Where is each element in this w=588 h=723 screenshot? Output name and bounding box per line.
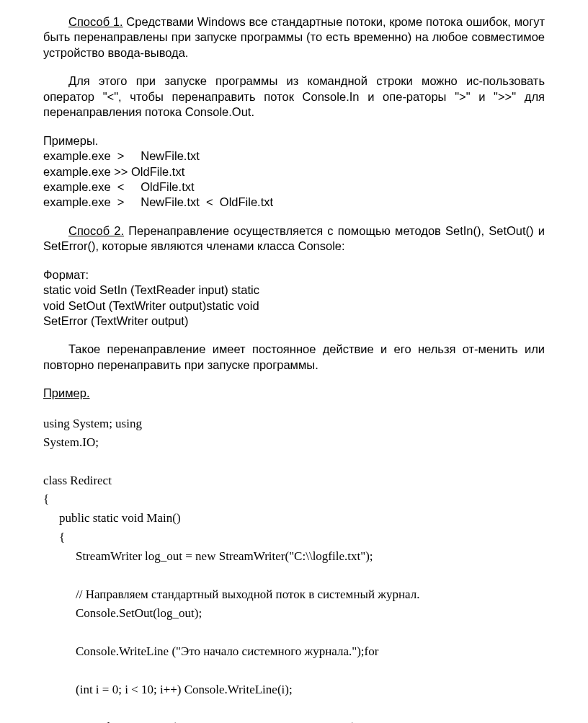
code-line: Console.WriteLine ("Это конец системного… bbox=[76, 718, 545, 723]
paragraph-method1: Способ 1. Средствами Windows все стандар… bbox=[43, 14, 545, 61]
method1-label: Способ 1. bbox=[68, 15, 123, 28]
code-line: (int i = 0; i < 10; i++) Console.WriteLi… bbox=[76, 680, 545, 699]
code-line: class Redirect bbox=[43, 471, 545, 490]
paragraph-redirect-explain: Для этого при запуске программы из коман… bbox=[43, 74, 545, 120]
code-block: using System; using System.IO; class Red… bbox=[43, 414, 545, 723]
paragraph-method2: Способ 2. Перенаправление осуществляется… bbox=[43, 223, 545, 254]
code-line: System.IO; bbox=[43, 433, 545, 452]
format-block: Формат: static void SetIn (TextReader in… bbox=[43, 267, 545, 329]
code-line: Console.SetOut(log_out); bbox=[76, 604, 545, 623]
method2-label: Способ 2. bbox=[68, 224, 124, 237]
format-lines: static void SetIn (TextReader input) sta… bbox=[43, 283, 545, 329]
code-line: Console.WriteLine ("Это начало системног… bbox=[76, 642, 545, 661]
example-label: Пример. bbox=[43, 386, 90, 399]
code-line: { bbox=[43, 490, 545, 509]
paragraph-permanent: Такое перенаправление имеет постоянное д… bbox=[43, 342, 545, 373]
format-header: Формат: bbox=[43, 267, 545, 283]
examples-block: Примеры. example.exe > NewFile.txt examp… bbox=[43, 133, 545, 210]
examples-header: Примеры. bbox=[43, 133, 545, 148]
code-line: StreamWriter log_out = new StreamWriter(… bbox=[76, 547, 545, 566]
examples-lines: example.exe > NewFile.txt example.exe >>… bbox=[43, 148, 545, 210]
code-line: using System; using bbox=[43, 414, 545, 433]
code-line: { bbox=[59, 528, 545, 547]
code-line: // Направляем стандартный выходной поток… bbox=[76, 585, 545, 604]
code-line: public static void Main() bbox=[59, 509, 545, 528]
example-label-block: Пример. bbox=[43, 386, 545, 401]
